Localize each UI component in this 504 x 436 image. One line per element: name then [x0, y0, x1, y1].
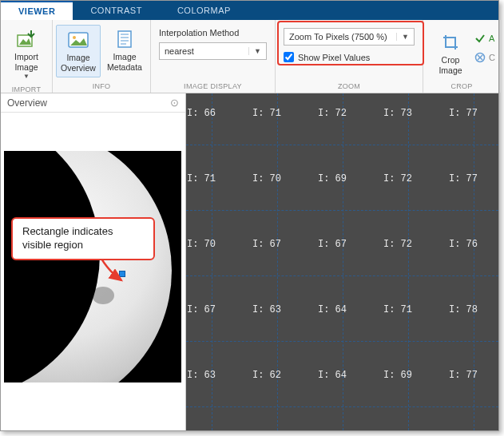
- overview-close-icon[interactable]: ⊙: [170, 97, 179, 109]
- pixel-cell: I: 71: [186, 167, 234, 191]
- pixel-view[interactable]: I: 66I: 71I: 72I: 73I: 77I: 71I: 70I: 69…: [186, 93, 498, 430]
- import-icon: [17, 28, 36, 50]
- group-label-crop: CROP: [428, 81, 495, 93]
- overview-thumbnail[interactable]: [4, 151, 181, 382]
- show-pixel-values-input[interactable]: [284, 52, 294, 62]
- tab-contrast[interactable]: CONTRAST: [73, 1, 160, 20]
- group-label-zoom: ZOOM: [284, 81, 415, 93]
- zoom-value: Zoom To Pixels (7500 %): [289, 32, 387, 42]
- pixel-cell: I: 71: [234, 101, 300, 125]
- pixel-cell: I: 71: [365, 298, 431, 322]
- group-label-info: INFO: [56, 81, 147, 93]
- group-label-display: IMAGE DISPLAY: [159, 81, 267, 93]
- pixel-cell: I: 72: [300, 101, 365, 125]
- content-area: Overview ⊙ I: 66I: 71I: 72I: 73I: 77I: 7…: [1, 93, 498, 430]
- overview-panel: Overview ⊙: [1, 93, 186, 430]
- apply-crop-button[interactable]: A: [474, 31, 495, 46]
- pixel-cell: I: 70: [186, 232, 234, 256]
- group-image-display: Interpolation Method nearest ▼ IMAGE DIS…: [151, 20, 276, 93]
- image-metadata-label: Image Metadata: [104, 52, 145, 73]
- caret-down-icon: ▼: [248, 47, 261, 55]
- callout-text: Rectangle indicates visible region: [22, 225, 113, 251]
- image-overview-label: Image Overview: [58, 53, 98, 73]
- app-window: VIEWER CONTRAST COLORMAP Import Image ▼ …: [0, 0, 499, 431]
- interpolation-dropdown[interactable]: nearest ▼: [159, 42, 267, 60]
- interpolation-value: nearest: [165, 46, 194, 56]
- group-import: Import Image ▼ IMPORT: [1, 20, 53, 93]
- caret-down-icon: ▼: [23, 73, 30, 81]
- interpolation-label: Interpolation Method: [159, 28, 267, 38]
- pixel-cell: I: 73: [365, 101, 431, 125]
- crop-icon: [442, 31, 459, 54]
- pixel-cell: I: 69: [300, 167, 365, 191]
- pixel-cell: I: 72: [365, 232, 431, 256]
- tab-bar: VIEWER CONTRAST COLORMAP: [1, 1, 498, 20]
- pixel-cell: I: 67: [234, 232, 300, 256]
- crop-image-button[interactable]: Crop Image: [428, 28, 473, 79]
- cancel-crop-button[interactable]: C: [474, 50, 495, 65]
- image-metadata-button[interactable]: Image Metadata: [102, 25, 147, 76]
- group-info: Image Overview Image Metadata INFO: [53, 20, 151, 93]
- crop-image-label: Crop Image: [430, 55, 471, 76]
- group-zoom: Zoom To Pixels (7500 %) ▼ Show Pixel Val…: [276, 20, 423, 93]
- pixel-cell: I: 77: [431, 363, 496, 387]
- import-image-button[interactable]: Import Image ▼: [4, 25, 49, 84]
- tab-viewer[interactable]: VIEWER: [1, 1, 73, 20]
- show-pixel-values-checkbox[interactable]: Show Pixel Values: [284, 52, 415, 62]
- zoom-dropdown[interactable]: Zoom To Pixels (7500 %) ▼: [284, 28, 415, 46]
- overview-header: Overview ⊙: [1, 93, 185, 113]
- pixel-cell: I: 70: [234, 167, 300, 191]
- metadata-icon: [117, 28, 133, 50]
- group-crop: Crop Image A C CROP: [423, 20, 501, 93]
- pixel-cell: I: 64: [300, 298, 365, 322]
- pixel-cell: I: 67: [186, 298, 234, 322]
- cancel-icon: [474, 52, 486, 63]
- svg-rect-3: [118, 31, 131, 47]
- pixel-cell: I: 63: [234, 298, 300, 322]
- caret-down-icon: ▼: [396, 33, 409, 41]
- pixel-cell: I: 72: [365, 167, 431, 191]
- pixel-cell: I: 67: [300, 232, 365, 256]
- overview-icon: [68, 29, 89, 51]
- svg-point-2: [73, 36, 76, 39]
- pixel-cell: I: 78: [431, 298, 496, 322]
- apply-label: A: [489, 34, 494, 43]
- pixel-cell: I: 77: [431, 167, 496, 191]
- pixel-cell: I: 69: [365, 363, 431, 387]
- pixel-cell: I: 64: [300, 363, 365, 387]
- pixel-cell: I: 62: [234, 363, 300, 387]
- ribbon: Import Image ▼ IMPORT Image Overview: [1, 20, 498, 93]
- visible-region-rect[interactable]: [119, 271, 125, 277]
- tab-colormap[interactable]: COLORMAP: [160, 1, 248, 20]
- pixel-cell: I: 63: [186, 363, 234, 387]
- pixel-grid: I: 66I: 71I: 72I: 73I: 77I: 71I: 70I: 69…: [186, 93, 498, 430]
- overview-title: Overview: [7, 97, 47, 109]
- pixel-cell: I: 76: [431, 232, 496, 256]
- show-pixel-values-label: Show Pixel Values: [298, 53, 370, 62]
- pixel-cell: I: 77: [431, 101, 496, 125]
- check-icon: [474, 33, 486, 44]
- cancel-label: C: [489, 53, 495, 62]
- import-image-label: Import Image: [6, 52, 47, 73]
- image-overview-button[interactable]: Image Overview: [56, 25, 101, 77]
- callout-box: Rectangle indicates visible region: [11, 217, 155, 260]
- overview-body: [1, 113, 185, 430]
- pixel-cell: I: 66: [186, 101, 234, 125]
